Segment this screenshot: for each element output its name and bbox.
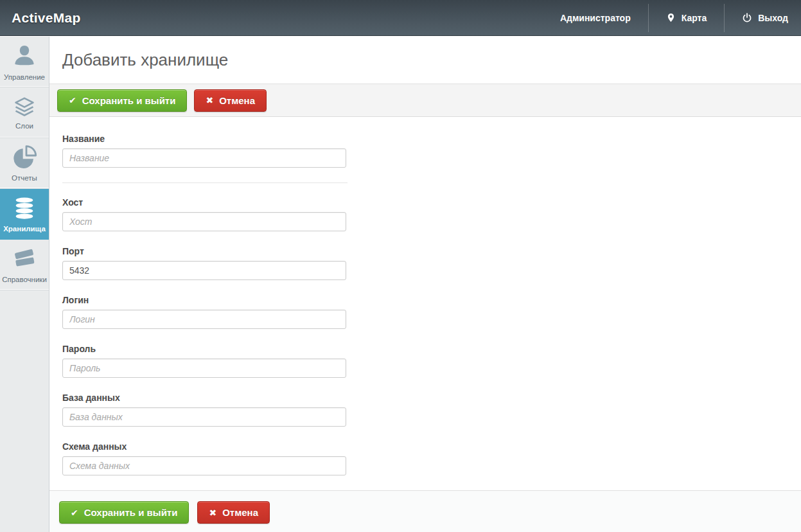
field-group-host: Хост <box>62 197 801 231</box>
sidebar-item-management[interactable]: Управление <box>0 37 49 87</box>
sidebar-item-label: Управление <box>4 73 45 81</box>
page-title: Добавить хранилище <box>49 50 228 70</box>
name-field[interactable] <box>62 148 346 168</box>
sidebar-item-layers[interactable]: Слои <box>0 87 49 138</box>
cancel-button-label: Отмена <box>222 507 258 518</box>
database-field-label: База данных <box>62 393 801 403</box>
sidebar-item-label: Слои <box>15 122 33 130</box>
logout-link[interactable]: Выход <box>725 0 801 35</box>
save-and-exit-button-top[interactable]: ✔ Сохранить и выйти <box>57 89 187 112</box>
sidebar-item-storages[interactable]: Хранилища <box>0 189 49 240</box>
database-icon <box>12 195 37 221</box>
schema-field[interactable] <box>62 456 346 475</box>
form-divider <box>62 182 348 183</box>
check-icon: ✔ <box>71 508 78 517</box>
top-nav: Администратор Карта Выход <box>543 0 801 35</box>
save-button-label: Сохранить и выйти <box>84 507 178 518</box>
login-field-label: Логин <box>62 295 801 305</box>
sidebar-item-directories[interactable]: Справочники <box>0 240 49 290</box>
cancel-button-top[interactable]: ✖ Отмена <box>194 89 267 112</box>
map-pin-icon <box>666 12 676 24</box>
check-icon: ✔ <box>69 96 76 105</box>
user-icon <box>12 42 37 69</box>
cancel-button-label: Отмена <box>219 95 255 106</box>
x-icon: ✖ <box>206 96 213 105</box>
x-icon: ✖ <box>209 508 216 517</box>
cancel-button-bottom[interactable]: ✖ Отмена <box>197 501 270 524</box>
layers-icon <box>12 95 37 118</box>
field-group-port: Порт <box>62 246 801 280</box>
port-field[interactable] <box>62 261 346 280</box>
save-and-exit-button-bottom[interactable]: ✔ Сохранить и выйти <box>59 501 189 524</box>
main-content: Добавить хранилище ✔ Сохранить и выйти ✖… <box>49 36 801 531</box>
power-icon <box>742 13 752 23</box>
field-group-login: Логин <box>62 295 801 329</box>
pie-chart-icon <box>12 145 37 170</box>
books-icon <box>12 246 37 272</box>
logout-link-label: Выход <box>758 13 788 23</box>
sidebar-item-label: Отчеты <box>12 174 37 182</box>
storage-form: Название Хост Порт Логин Пароль База дан… <box>49 117 801 475</box>
field-group-name: Название <box>62 134 801 168</box>
top-action-bar: ✔ Сохранить и выйти ✖ Отмена <box>49 84 801 117</box>
login-field[interactable] <box>62 310 346 329</box>
sidebar: Управление Слои Отчеты <box>0 37 49 532</box>
map-link-label: Карта <box>682 13 707 23</box>
bottom-action-bar: ✔ Сохранить и выйти ✖ Отмена <box>49 490 801 532</box>
database-field[interactable] <box>62 407 346 427</box>
host-field-label: Хост <box>62 197 801 208</box>
password-field[interactable] <box>62 359 346 378</box>
sidebar-item-reports[interactable]: Отчеты <box>0 138 49 189</box>
field-group-password: Пароль <box>62 344 801 378</box>
page-header: Добавить хранилище <box>49 36 801 84</box>
map-link[interactable]: Карта <box>649 0 725 35</box>
current-user[interactable]: Администратор <box>543 0 648 35</box>
field-group-database: База данных <box>62 393 801 427</box>
top-bar: ActiveMap Администратор Карта Выход <box>0 0 801 36</box>
password-field-label: Пароль <box>62 344 801 354</box>
app-logo: ActiveMap <box>0 10 81 26</box>
save-button-label: Сохранить и выйти <box>82 95 176 106</box>
host-field[interactable] <box>62 212 346 231</box>
field-group-schema: Схема данных <box>62 441 801 475</box>
port-field-label: Порт <box>62 246 801 256</box>
sidebar-item-label: Справочники <box>2 276 47 283</box>
sidebar-item-label: Хранилища <box>3 225 46 233</box>
schema-field-label: Схема данных <box>62 441 801 452</box>
name-field-label: Название <box>62 134 801 144</box>
